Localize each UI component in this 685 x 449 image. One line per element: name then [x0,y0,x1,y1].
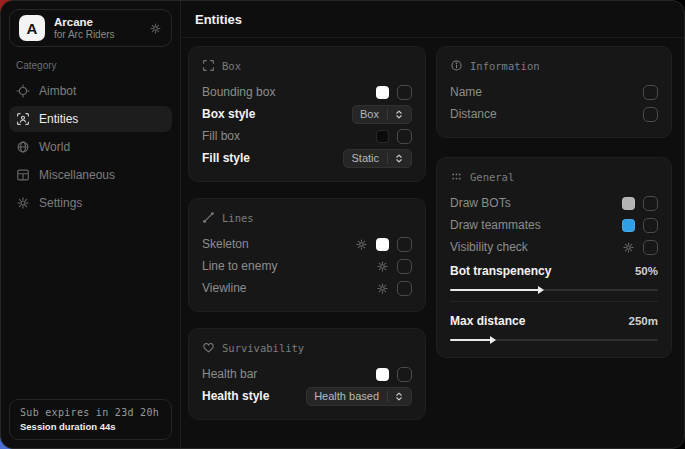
line-to-enemy-checkbox[interactable] [397,259,412,274]
setting-label: Visibility check [450,240,528,254]
setting-row-box-style: Box style Box [202,103,412,125]
health-bar-checkbox[interactable] [397,367,412,382]
lines-section-header: Lines [202,211,412,224]
setting-label: Fill style [202,151,250,165]
box-corners-icon [202,59,215,72]
general-section-header: General [450,170,658,183]
setting-row-skeleton: Skeleton [202,233,412,255]
main-panel: Entities Box Bounding box [181,1,684,448]
setting-label: Viewline [202,281,246,295]
slider-fill [450,289,542,291]
sidebar-nav: Aimbot Entities World [9,78,172,216]
line-to-enemy-settings-gear-icon[interactable] [376,260,389,273]
session-duration-text: Session duration 44s [20,421,161,432]
setting-label: Name [450,85,482,99]
page-title: Entities [195,12,242,27]
setting-row-distance: Distance [450,103,658,125]
setting-label: Bot transpenency [450,264,551,278]
right-column: Information Name Distance [436,46,672,440]
main-content: Box Bounding box Box style Box [181,38,684,448]
slider-value: 50% [635,265,658,277]
setting-row-line-to-enemy: Line to enemy [202,255,412,277]
setting-row-bounding-box: Bounding box [202,81,412,103]
viewline-checkbox[interactable] [397,281,412,296]
sidebar-item-label: Entities [39,112,78,126]
setting-label: Health bar [202,367,257,381]
fill-box-checkbox[interactable] [397,129,412,144]
dropdown-value: Box [360,108,379,120]
viewline-settings-gear-icon[interactable] [376,282,389,295]
brand-name: Arcane [54,16,140,29]
fill-style-dropdown[interactable]: Static [343,149,412,168]
setting-row-draw-bots: Draw BOTs [450,192,658,214]
information-section: Information Name Distance [436,46,672,138]
setting-row-viewline: Viewline [202,277,412,299]
setting-label: Distance [450,107,497,121]
survivability-section: Survivability Health bar Health style He… [188,328,426,420]
sidebar-item-world[interactable]: World [9,134,172,160]
color-swatch[interactable] [376,130,389,143]
slider-fill [450,339,494,341]
setting-row-name: Name [450,81,658,103]
setting-label: Draw BOTs [450,196,511,210]
chevron-updown-icon [387,391,404,402]
section-title: Survivability [222,342,304,354]
divider [450,301,658,302]
skeleton-settings-gear-icon[interactable] [355,238,368,251]
info-icon [450,59,463,72]
entities-scan-icon [16,112,30,126]
information-section-header: Information [450,59,658,72]
brand-settings-icon[interactable] [149,22,162,35]
visibility-check-settings-gear-icon[interactable] [622,241,635,254]
bounding-box-checkbox[interactable] [397,85,412,100]
max-distance-slider[interactable] [450,339,658,341]
draw-teammates-checkbox[interactable] [643,218,658,233]
skeleton-checkbox[interactable] [397,237,412,252]
color-swatch[interactable] [376,86,389,99]
setting-label: Line to enemy [202,259,277,273]
sidebar-item-aimbot[interactable]: Aimbot [9,78,172,104]
setting-label: Max distance [450,314,525,328]
sidebar-item-entities[interactable]: Entities [9,106,172,132]
category-label: Category [16,60,165,71]
sidebar-item-label: Aimbot [39,84,76,98]
slider-label-row: Bot transpenency 50% [450,260,658,282]
table-icon [16,168,30,182]
distance-checkbox[interactable] [643,107,658,122]
setting-row-health-style: Health style Health based [202,385,412,407]
box-style-dropdown[interactable]: Box [352,105,412,124]
section-title: Information [470,60,540,72]
setting-row-fill-box: Fill box [202,125,412,147]
survivability-section-header: Survivability [202,341,412,354]
main-header: Entities [181,1,684,38]
color-swatch[interactable] [622,219,635,232]
bot-transparency-slider[interactable] [450,289,658,291]
setting-row-health-bar: Health bar [202,363,412,385]
box-section: Box Bounding box Box style Box [188,46,426,182]
slider-label-row: Max distance 250m [450,310,658,332]
setting-label: Health style [202,389,269,403]
sidebar-item-settings[interactable]: Settings [9,190,172,216]
sidebar-item-label: World [39,140,70,154]
setting-label: Fill box [202,129,240,143]
brand-text: Arcane for Arc Riders [54,16,140,41]
sidebar-item-miscellaneous[interactable]: Miscellaneous [9,162,172,188]
color-swatch[interactable] [622,197,635,210]
sub-expiry-text: Sub expires in 23d 20h [20,407,161,418]
color-swatch[interactable] [376,368,389,381]
visibility-check-checkbox[interactable] [643,240,658,255]
sidebar: A Arcane for Arc Riders Category [1,1,181,448]
setting-label: Box style [202,107,255,121]
chevron-updown-icon [387,109,404,120]
gear-icon [16,196,30,210]
name-checkbox[interactable] [643,85,658,100]
brand-card: A Arcane for Arc Riders [9,9,172,47]
dropdown-value: Static [351,152,379,164]
color-swatch[interactable] [376,238,389,251]
crosshair-icon [16,84,30,98]
box-section-header: Box [202,59,412,72]
dots-grid-icon [450,170,463,183]
health-style-dropdown[interactable]: Health based [306,387,412,406]
draw-bots-checkbox[interactable] [643,196,658,211]
dropdown-value: Health based [314,390,379,402]
